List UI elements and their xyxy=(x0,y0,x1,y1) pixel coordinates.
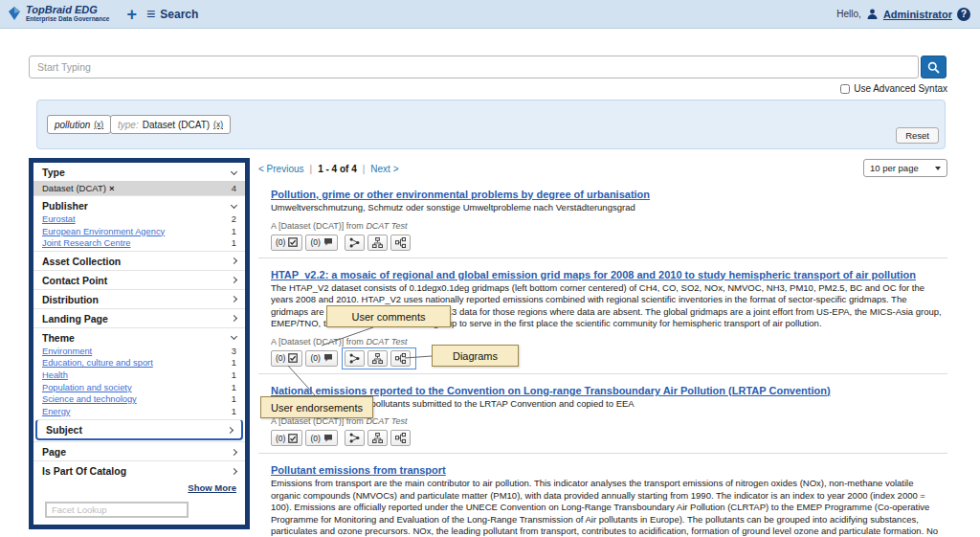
advanced-syntax-toggle[interactable]: Use Advanced Syntax xyxy=(840,83,947,94)
explore-graph-button[interactable] xyxy=(345,350,365,367)
facet-header-distribution[interactable]: Distribution xyxy=(33,290,245,308)
nav-search-label[interactable]: Search xyxy=(160,8,198,21)
facet-item-eurostat: Eurostat 2 xyxy=(33,214,245,227)
callout-user-endorsements: User endorsements xyxy=(260,396,373,418)
explore-graph-button[interactable] xyxy=(345,235,365,251)
chevron-down-icon xyxy=(935,167,941,170)
facet-item-health: Health 1 xyxy=(33,370,245,383)
endorsements-button[interactable]: (0) xyxy=(271,430,302,446)
facet-section-asset-collection: Asset Collection xyxy=(33,251,245,270)
comment-bubble-icon xyxy=(323,434,333,443)
explore-graph-button[interactable] xyxy=(345,430,365,446)
endorsements-button[interactable]: (0) xyxy=(271,235,302,251)
facet-header-theme[interactable]: Theme xyxy=(33,328,245,347)
facet-item-science: Science and technology 1 xyxy=(33,394,245,407)
diagram-buttons-group xyxy=(345,235,413,251)
diagram-button-hierarchy[interactable] xyxy=(368,430,388,446)
result-item: Pollution, grime or other environmental … xyxy=(258,178,947,258)
facet-header-subject[interactable]: Subject xyxy=(37,420,241,438)
brand-logo[interactable]: TopBraid EDG Enterprise Data Governance xyxy=(7,5,109,22)
filter-chip-pollution[interactable]: pollution (x) xyxy=(47,115,111,134)
show-more-link[interactable]: Show More xyxy=(33,480,245,495)
help-button[interactable]: ? xyxy=(957,8,970,21)
facet-section-theme: Theme Environment 3 Education, culture a… xyxy=(33,327,245,419)
result-title-link[interactable]: HTAP_v2.2: a mosaic of regional and glob… xyxy=(271,269,916,280)
diagram-buttons-group xyxy=(345,430,413,446)
chevron-right-icon xyxy=(231,277,237,283)
page-range: 1 - 4 of 4 xyxy=(318,164,357,174)
result-toolbar: (0) (0) xyxy=(271,235,947,251)
menu-icon[interactable]: ≡ xyxy=(146,7,155,22)
header-user-area: Hello, Administrator ? xyxy=(836,8,970,21)
remove-filter-link[interactable]: (x) xyxy=(94,120,103,129)
facet-lookup-input[interactable] xyxy=(45,502,189,518)
search-input[interactable] xyxy=(29,56,919,78)
diagram-button-neighborhood[interactable] xyxy=(390,235,411,251)
facet-panel: Type Dataset (DCAT)× 4 Publisher Eurosta… xyxy=(29,158,250,529)
facet-header-page[interactable]: Page xyxy=(33,442,245,460)
facet-header-publisher[interactable]: Publisher xyxy=(33,196,245,214)
previous-page-link[interactable]: < Previous xyxy=(258,164,304,174)
search-button[interactable] xyxy=(921,56,947,78)
comment-bubble-icon xyxy=(323,353,333,363)
orgchart-icon xyxy=(372,433,383,443)
remove-facet-icon[interactable]: × xyxy=(109,183,115,193)
next-page-link[interactable]: Next > xyxy=(370,164,398,174)
facet-section-subject: Subject xyxy=(35,419,243,440)
reset-button[interactable]: Reset xyxy=(896,127,939,144)
facet-section-catalog: Is Part Of Catalog xyxy=(33,460,245,480)
comment-bubble-icon xyxy=(323,237,333,247)
diagram-button-neighborhood[interactable] xyxy=(390,430,411,446)
comments-button[interactable]: (0) xyxy=(305,350,337,367)
facet-header-asset-collection[interactable]: Asset Collection xyxy=(33,252,245,270)
network-icon xyxy=(349,237,360,248)
orgchart-arrow-icon xyxy=(395,237,406,248)
endorse-check-icon xyxy=(288,434,298,443)
chip-label: pollution xyxy=(55,120,90,130)
per-page-select[interactable]: 10 per page xyxy=(863,159,947,177)
facet-item-jrc: Joint Research Centre 1 xyxy=(33,238,245,251)
network-icon xyxy=(349,353,360,364)
facet-item-energy: Energy 1 xyxy=(33,407,245,419)
topbraid-logo-icon xyxy=(7,6,22,21)
chevron-down-icon xyxy=(231,201,237,208)
endorsements-button[interactable]: (0) xyxy=(271,350,302,367)
create-button[interactable]: + xyxy=(126,6,137,23)
advanced-syntax-label: Use Advanced Syntax xyxy=(854,83,947,94)
diagram-button-hierarchy[interactable] xyxy=(368,235,388,251)
result-toolbar: (0) (0) xyxy=(271,350,947,367)
advanced-syntax-checkbox[interactable] xyxy=(840,84,850,94)
result-item: Pollutant emissions from transport Emiss… xyxy=(258,454,947,537)
result-toolbar: (0) (0) xyxy=(271,430,947,446)
diagram-button-neighborhood[interactable] xyxy=(390,350,411,367)
comments-button[interactable]: (0) xyxy=(305,235,337,251)
active-filters-panel: pollution (x) type: Dataset (DCAT) (x) R… xyxy=(36,100,946,149)
facet-section-distribution: Distribution xyxy=(33,289,245,308)
facet-selected-dataset-dcat[interactable]: Dataset (DCAT)× 4 xyxy=(33,181,245,195)
chevron-right-icon xyxy=(231,257,237,264)
brand-subtitle: Enterprise Data Governance xyxy=(26,16,109,23)
orgchart-icon xyxy=(372,237,383,248)
diagram-buttons-group-highlighted xyxy=(345,350,413,367)
result-title-link[interactable]: Pollution, grime or other environmental … xyxy=(271,189,650,200)
diagram-button-hierarchy[interactable] xyxy=(368,350,388,367)
result-title-link[interactable]: Pollutant emissions from transport xyxy=(271,464,446,476)
chevron-right-icon xyxy=(227,427,234,434)
orgchart-arrow-icon xyxy=(395,353,406,364)
selected-facet-label: Dataset (DCAT)× xyxy=(42,183,114,193)
facet-item-eea: European Environment Agency 1 xyxy=(33,227,245,239)
facet-header-contact-point[interactable]: Contact Point xyxy=(33,271,245,289)
callout-diagrams: Diagrams xyxy=(432,345,519,367)
result-title-link[interactable]: National emissions reported to the Conve… xyxy=(271,385,831,396)
comments-button[interactable]: (0) xyxy=(305,430,337,446)
user-menu-link[interactable]: Administrator xyxy=(883,9,952,20)
network-icon xyxy=(349,433,360,443)
facet-header-landing-page[interactable]: Landing Page xyxy=(33,309,245,327)
facet-section-type: Type Dataset (DCAT)× 4 xyxy=(33,163,245,195)
remove-filter-link[interactable]: (x) xyxy=(213,120,223,129)
user-icon xyxy=(866,8,879,20)
facet-item-environment: Environment 3 xyxy=(33,347,245,359)
facet-header-catalog[interactable]: Is Part Of Catalog xyxy=(33,461,245,480)
filter-chip-type-dataset[interactable]: type: Dataset (DCAT) (x) xyxy=(110,115,231,134)
facet-header-type[interactable]: Type xyxy=(33,163,245,181)
